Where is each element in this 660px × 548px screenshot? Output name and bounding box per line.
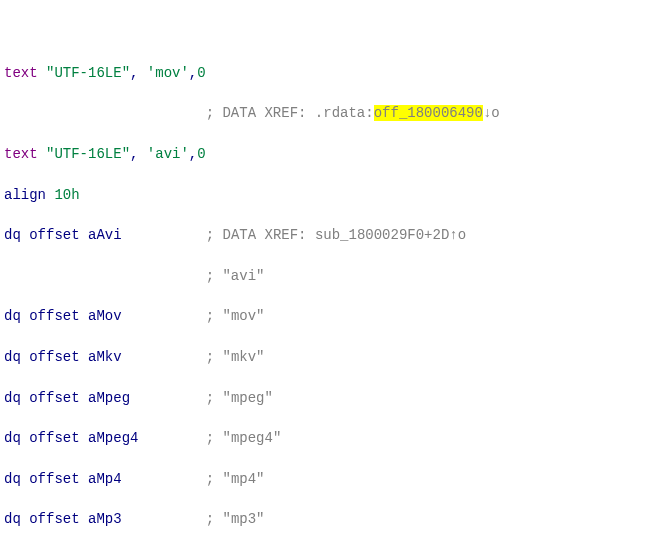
- indent: [4, 105, 206, 121]
- number: 0: [197, 146, 205, 162]
- comment-string: ; "mp4": [206, 471, 265, 487]
- symbol-name[interactable]: aMp4: [88, 471, 122, 487]
- number: 0: [197, 65, 205, 81]
- xref-section: .rdata:: [315, 105, 374, 121]
- comment-string: ; "avi": [206, 268, 265, 284]
- symbol-name[interactable]: aMpeg: [88, 390, 130, 406]
- symbol-name[interactable]: aMp3: [88, 511, 122, 527]
- keyword-offset: offset: [29, 227, 79, 243]
- keyword-offset: offset: [29, 349, 79, 365]
- string-utf: "UTF-16LE": [46, 65, 130, 81]
- comment-string: ; "mkv": [206, 349, 265, 365]
- disasm-line: ; DATA XREF: .rdata:off_180006490↓o: [4, 103, 656, 123]
- keyword-dq: dq: [4, 308, 21, 324]
- keyword-offset: offset: [29, 430, 79, 446]
- disasm-line: dq offset aMp3 ; "mp3": [4, 509, 656, 529]
- comment-string: ; "mpeg4": [206, 430, 282, 446]
- string-ext: 'avi': [147, 146, 189, 162]
- comment-string: ; "mp3": [206, 511, 265, 527]
- disasm-line: ; "avi": [4, 266, 656, 286]
- disasm-line: dq offset aMkv ; "mkv": [4, 347, 656, 367]
- keyword-offset: offset: [29, 471, 79, 487]
- string-ext: 'mov': [147, 65, 189, 81]
- comma: ,: [130, 146, 147, 162]
- string-utf: "UTF-16LE": [46, 146, 130, 162]
- keyword-dq: dq: [4, 227, 21, 243]
- symbol-name[interactable]: aMkv: [88, 349, 122, 365]
- comma: ,: [189, 146, 197, 162]
- keyword-dq: dq: [4, 390, 21, 406]
- keyword-dq: dq: [4, 471, 21, 487]
- keyword-text: text: [4, 65, 38, 81]
- keyword-offset: offset: [29, 390, 79, 406]
- symbol-name[interactable]: aMov: [88, 308, 122, 324]
- indent: [4, 268, 206, 284]
- keyword-dq: dq: [4, 511, 21, 527]
- comment-string: ; "mpeg": [206, 390, 273, 406]
- number: 10h: [54, 187, 79, 203]
- comment-string: ; "mov": [206, 308, 265, 324]
- comma: ,: [189, 65, 197, 81]
- keyword-dq: dq: [4, 430, 21, 446]
- disasm-line: align 10h: [4, 185, 656, 205]
- disasm-line: dq offset aMpeg4 ; "mpeg4": [4, 428, 656, 448]
- xref-prefix: ; DATA XREF:: [206, 105, 315, 121]
- keyword-dq: dq: [4, 349, 21, 365]
- disasm-line: text "UTF-16LE", 'mov',0: [4, 63, 656, 83]
- keyword-text: text: [4, 146, 38, 162]
- xref-link[interactable]: off_180006490: [374, 105, 483, 121]
- keyword-offset: offset: [29, 308, 79, 324]
- keyword-offset: offset: [29, 511, 79, 527]
- disasm-line: dq offset aMov ; "mov": [4, 306, 656, 326]
- xref-tail: o: [491, 105, 499, 121]
- disasm-line: dq offset aAvi ; DATA XREF: sub_1800029F…: [4, 225, 656, 245]
- symbol-name[interactable]: aMpeg4: [88, 430, 138, 446]
- comment-xref[interactable]: ; DATA XREF: sub_1800029F0+2D↑o: [206, 227, 466, 243]
- disasm-line: text "UTF-16LE", 'avi',0: [4, 144, 656, 164]
- disasm-line: dq offset aMp4 ; "mp4": [4, 469, 656, 489]
- comma: ,: [130, 65, 147, 81]
- disasm-line: dq offset aMpeg ; "mpeg": [4, 388, 656, 408]
- symbol-name[interactable]: aAvi: [88, 227, 122, 243]
- keyword-align: align: [4, 187, 46, 203]
